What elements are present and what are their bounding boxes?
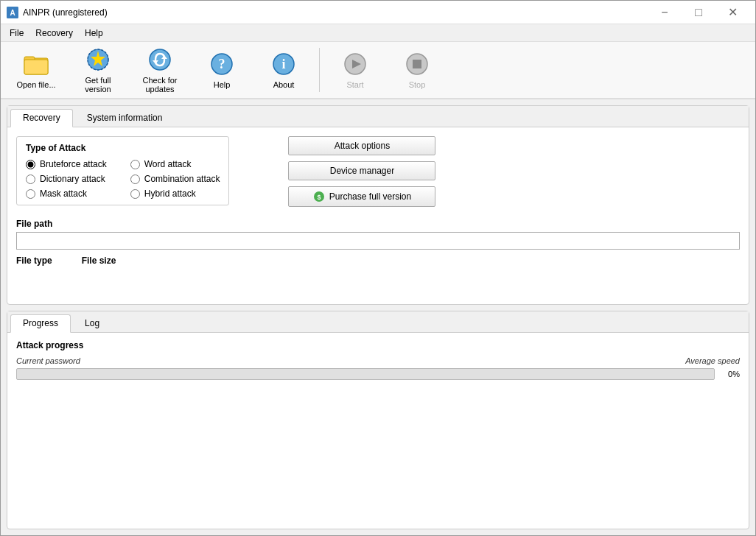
progress-labels-row: Current password Average speed	[16, 356, 740, 365]
action-buttons: Attack options Device manager $ Purchase…	[288, 136, 435, 207]
attack-progress-title: Attack progress	[16, 340, 740, 350]
app-icon: A	[7, 7, 18, 18]
menu-recovery[interactable]: Recovery	[29, 27, 79, 40]
progress-bar	[16, 368, 715, 380]
tab-log[interactable]: Log	[72, 314, 112, 332]
radio-hybrid-label: Hybrid attack	[144, 188, 196, 199]
purchase-label: Purchase full version	[329, 191, 411, 202]
svg-text:A: A	[10, 9, 15, 17]
svg-text:i: i	[281, 57, 285, 71]
star-icon	[85, 46, 111, 73]
bottom-tab-bar: Progress Log	[7, 311, 749, 333]
start-button[interactable]: Start	[326, 45, 385, 95]
radio-combination[interactable]: Combination attack	[130, 174, 220, 184]
radio-combination-input[interactable]	[130, 174, 140, 184]
tab-system-info[interactable]: System information	[74, 109, 175, 127]
open-file-label: Open file...	[16, 80, 55, 89]
titlebar: A AINPR (unregistered) − □ ✕	[1, 1, 755, 24]
attack-options-row: Type of Attack Bruteforce attack Word at…	[16, 136, 740, 207]
radio-mask-input[interactable]	[26, 189, 35, 199]
bottom-panel: Progress Log Attack progress Current pas…	[7, 311, 749, 529]
maximize-button[interactable]: □	[682, 1, 715, 24]
purchase-icon: $	[313, 191, 325, 202]
menu-help[interactable]: Help	[79, 27, 109, 40]
attack-type-section: Type of Attack Bruteforce attack Word at…	[16, 136, 229, 205]
get-full-version-button[interactable]: Get full version	[69, 45, 127, 95]
svg-rect-4	[24, 60, 48, 74]
get-full-version-label: Get full version	[72, 76, 124, 94]
radio-dictionary-input[interactable]	[26, 174, 35, 184]
progress-bar-container: 0%	[16, 368, 740, 380]
radio-hybrid-input[interactable]	[130, 189, 140, 199]
about-icon: i	[270, 51, 297, 77]
stop-label: Stop	[409, 80, 426, 89]
radio-word-input[interactable]	[130, 160, 140, 169]
help-button[interactable]: ? Help	[192, 45, 251, 95]
about-button[interactable]: i About	[254, 45, 313, 95]
folder-icon	[23, 51, 49, 77]
start-icon	[342, 51, 368, 77]
recovery-tab-content: Type of Attack Bruteforce attack Word at…	[7, 127, 749, 304]
attack-section-title: Type of Attack	[26, 143, 220, 153]
radio-word-label: Word attack	[144, 159, 192, 169]
svg-text:?: ?	[219, 57, 225, 71]
window-controls: − □ ✕	[648, 1, 749, 24]
svg-point-7	[150, 49, 170, 70]
minimize-button[interactable]: −	[648, 1, 682, 24]
about-label: About	[273, 80, 295, 89]
main-content: Recovery System information Type of Atta…	[1, 99, 755, 535]
file-size-label: File size	[82, 255, 116, 266]
toolbar: Open file... Get full version	[1, 42, 755, 99]
radio-mask-label: Mask attack	[40, 188, 87, 199]
attack-options-button[interactable]: Attack options	[288, 136, 435, 155]
file-meta-row: File type File size	[16, 255, 740, 266]
average-speed-label: Average speed	[685, 356, 740, 365]
menubar: File Recovery Help	[1, 24, 755, 42]
window-title: AINPR (unregistered)	[23, 7, 648, 18]
open-file-button[interactable]: Open file...	[7, 45, 66, 95]
radio-word[interactable]: Word attack	[130, 159, 220, 169]
radio-combination-label: Combination attack	[144, 174, 220, 184]
purchase-full-version-button[interactable]: $ Purchase full version	[288, 186, 435, 207]
update-icon	[147, 46, 173, 73]
radio-mask[interactable]: Mask attack	[26, 188, 116, 199]
menu-file[interactable]: File	[4, 27, 29, 40]
tab-recovery[interactable]: Recovery	[10, 109, 73, 127]
check-updates-label: Check for updates	[134, 76, 186, 94]
close-button[interactable]: ✕	[715, 1, 749, 24]
radio-bruteforce[interactable]: Bruteforce attack	[26, 159, 116, 169]
radio-bruteforce-input[interactable]	[26, 160, 35, 169]
help-icon: ?	[209, 51, 235, 77]
tab-progress[interactable]: Progress	[10, 314, 71, 333]
radio-hybrid[interactable]: Hybrid attack	[130, 188, 220, 199]
radio-dictionary-label: Dictionary attack	[40, 174, 105, 184]
stop-button[interactable]: Stop	[388, 45, 447, 95]
check-updates-button[interactable]: Check for updates	[130, 45, 189, 95]
toolbar-separator	[319, 48, 320, 92]
device-manager-button[interactable]: Device manager	[288, 161, 435, 180]
stop-icon	[404, 51, 430, 77]
radio-bruteforce-label: Bruteforce attack	[40, 159, 107, 169]
radio-dictionary[interactable]: Dictionary attack	[26, 174, 116, 184]
file-path-label: File path	[16, 219, 740, 229]
attack-grid: Bruteforce attack Word attack Dictionary…	[26, 159, 220, 199]
file-path-section: File path	[16, 219, 740, 250]
start-label: Start	[346, 80, 363, 89]
file-path-input[interactable]	[16, 232, 740, 250]
svg-rect-17	[413, 60, 421, 68]
svg-text:$: $	[317, 194, 321, 201]
top-tab-bar: Recovery System information	[7, 106, 749, 127]
file-type-label: File type	[16, 255, 52, 266]
top-tab-container: Recovery System information Type of Atta…	[7, 105, 749, 305]
main-window: A AINPR (unregistered) − □ ✕ File Recove…	[0, 0, 756, 536]
bottom-tab-content: Attack progress Current password Average…	[7, 333, 749, 387]
current-password-label: Current password	[16, 356, 80, 365]
progress-percent: 0%	[719, 370, 740, 378]
help-label: Help	[214, 80, 231, 89]
